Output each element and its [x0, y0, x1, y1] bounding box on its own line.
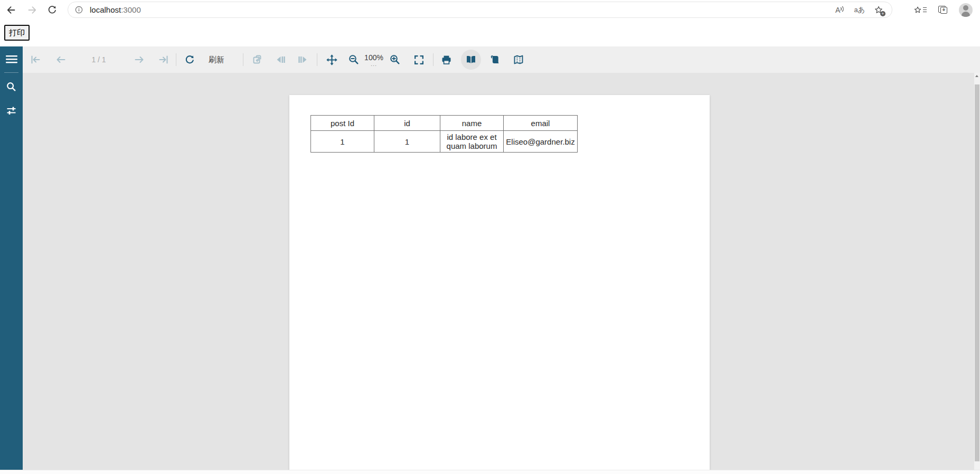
read-aloud-icon: A — [835, 6, 840, 14]
collections-plus-icon: + — [940, 7, 947, 14]
reload-icon — [47, 5, 58, 15]
sidebar-divider — [4, 72, 18, 73]
print-button[interactable]: 打印 — [4, 25, 30, 41]
folded-map-icon — [513, 54, 524, 65]
hamburger-icon — [6, 54, 17, 64]
printer-icon — [441, 54, 452, 65]
scroll-up-arrow-icon — [975, 75, 978, 77]
browser-back-button[interactable] — [3, 2, 19, 18]
next-page-icon — [134, 54, 145, 65]
collections-button[interactable]: + — [938, 6, 947, 14]
zoom-in-button[interactable] — [385, 50, 404, 69]
history-forward-icon — [297, 54, 309, 65]
back-arrow-icon — [6, 5, 16, 15]
report-page: post Id id name email 1 1 id labore ex e… — [289, 95, 710, 470]
zoom-out-icon — [348, 54, 360, 65]
translate-button[interactable]: aあ — [854, 5, 865, 15]
first-page-button[interactable] — [26, 50, 45, 69]
pan-button[interactable] — [322, 50, 341, 69]
zoom-more-ellipsis: ... — [371, 62, 377, 66]
report-table: post Id id name email 1 1 id labore ex e… — [310, 115, 578, 153]
forward-arrow-icon — [27, 5, 37, 15]
vertical-scrollbar[interactable] — [974, 73, 980, 470]
browser-reload-button[interactable] — [44, 2, 60, 18]
zoom-in-icon — [389, 54, 401, 65]
web-page-header: 打印 — [0, 20, 980, 46]
viewer-canvas: post Id id name email 1 1 id labore ex e… — [23, 73, 980, 470]
parent-report-icon — [251, 54, 263, 65]
profile-avatar[interactable] — [959, 3, 973, 17]
site-info-icon[interactable] — [74, 5, 83, 14]
url-host: localhost — [90, 5, 121, 14]
sound-waves-icon — [840, 6, 845, 12]
zoom-level-dropdown[interactable]: 100% ... — [361, 46, 387, 73]
favorites-button[interactable] — [913, 6, 927, 14]
refresh-icon — [184, 54, 195, 65]
read-aloud-button[interactable]: A — [835, 6, 845, 14]
next-page-button[interactable] — [130, 50, 149, 69]
translate-icon: aあ — [854, 5, 865, 15]
address-bar[interactable]: localhost:3000 A aあ + — [68, 2, 892, 18]
fullscreen-icon — [413, 54, 425, 65]
header-name: name — [440, 116, 504, 131]
vertical-scrollbar-thumb[interactable] — [975, 84, 979, 461]
cell-email: Eliseo@gardner.biz — [504, 131, 578, 153]
history-forward-button[interactable] — [294, 50, 313, 69]
url-text: localhost:3000 — [90, 5, 141, 14]
toolbar-separator — [176, 53, 176, 66]
header-id: id — [374, 116, 440, 131]
browser-chrome: localhost:3000 A aあ + — [0, 0, 980, 20]
toolbar-separator — [433, 53, 434, 66]
page-indicator: 1 / 1 — [83, 46, 115, 73]
print-report-button[interactable] — [437, 50, 456, 69]
url-port: :3000 — [121, 5, 141, 14]
galley-view-button[interactable] — [509, 50, 528, 69]
cell-name: id labore ex et quam laborum — [440, 131, 504, 153]
star-icon — [913, 6, 922, 14]
history-back-button[interactable] — [271, 50, 290, 69]
sidebar-menu-button[interactable] — [0, 50, 23, 69]
header-post-id: post Id — [311, 116, 374, 131]
continuous-view-button[interactable] — [485, 50, 504, 69]
cell-id: 1 — [374, 131, 440, 153]
table-row: 1 1 id labore ex et quam laborum Eliseo@… — [311, 131, 578, 153]
refresh-label[interactable]: 刷新 — [205, 46, 228, 73]
viewer-sidebar — [0, 46, 23, 470]
cell-post-id: 1 — [311, 131, 374, 153]
avatar-body-icon — [962, 12, 970, 17]
parent-report-button[interactable] — [248, 50, 267, 69]
pan-move-icon — [326, 54, 338, 66]
viewer-toolbar: 1 / 1 刷新 — [23, 46, 980, 73]
table-header-row: post Id id name email — [311, 116, 578, 131]
toolbar-separator — [243, 53, 243, 66]
report-viewer: 1 / 1 刷新 — [0, 46, 980, 470]
history-back-icon — [275, 54, 286, 65]
previous-page-button[interactable] — [51, 50, 70, 69]
plus-badge-icon: + — [880, 11, 885, 16]
previous-page-icon — [55, 54, 67, 65]
avatar-head-icon — [963, 5, 968, 11]
fullscreen-button[interactable] — [409, 50, 428, 69]
book-view-icon — [465, 54, 477, 65]
sidebar-parameters-button[interactable] — [0, 101, 23, 120]
header-email: email — [504, 116, 578, 131]
browser-forward-button[interactable] — [24, 2, 40, 18]
last-page-button[interactable] — [154, 50, 173, 69]
sidebar-search-button[interactable] — [0, 77, 23, 96]
refresh-button[interactable] — [180, 50, 199, 69]
add-favorite-button[interactable]: + — [874, 5, 883, 15]
horizontal-scrollbar[interactable] — [0, 470, 980, 474]
first-page-icon — [30, 54, 41, 65]
last-page-icon — [158, 54, 169, 65]
tune-sliders-icon — [6, 105, 17, 116]
zoom-out-button[interactable] — [344, 50, 363, 69]
continuous-scroll-icon — [489, 54, 501, 65]
book-view-button[interactable] — [461, 50, 481, 70]
search-icon — [6, 81, 17, 92]
list-lines-icon — [923, 7, 927, 13]
toolbar-separator — [317, 53, 317, 66]
